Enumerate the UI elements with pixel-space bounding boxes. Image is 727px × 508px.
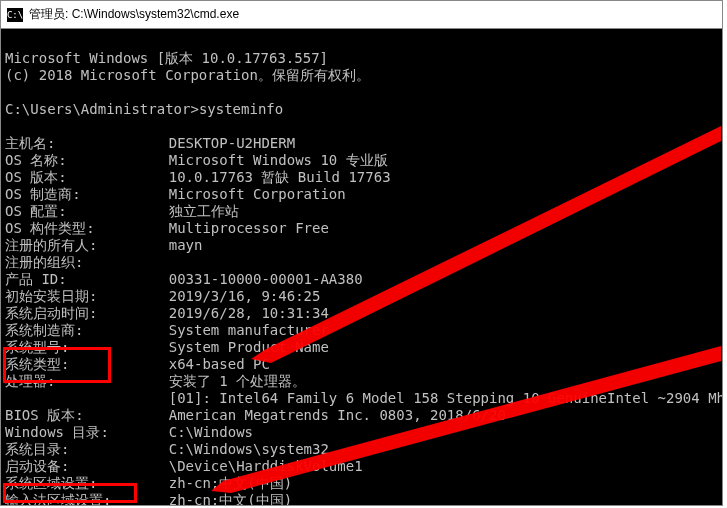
titlebar[interactable]: C:\ 管理员: C:\Windows\system32\cmd.exe bbox=[1, 1, 722, 29]
prodid-label: 产品 ID: bbox=[5, 271, 135, 288]
syslocale-value: zh-cn;中文(中国) bbox=[169, 475, 292, 491]
boot-label: 系统启动时间: bbox=[5, 305, 135, 322]
systype-label: 系统类型: bbox=[5, 356, 135, 373]
osname-label: OS 名称: bbox=[5, 152, 135, 169]
window-title: 管理员: C:\Windows\system32\cmd.exe bbox=[29, 6, 239, 23]
regorg-label: 注册的组织: bbox=[5, 254, 135, 271]
osver-label: OS 版本: bbox=[5, 169, 135, 186]
oscfg-value: 独立工作站 bbox=[169, 203, 239, 219]
bootdev-value: \Device\HarddiskVolume1 bbox=[169, 458, 363, 474]
command-entered: systeminfo bbox=[199, 101, 283, 117]
cpu-detail-value: [01]: Intel64 Family 6 Model 158 Steppin… bbox=[169, 390, 722, 406]
sysmfg-label: 系统制造商: bbox=[5, 322, 135, 339]
cpu-value: 安装了 1 个处理器。 bbox=[169, 373, 306, 389]
prompt-path: C:\Users\Administrator> bbox=[5, 101, 199, 117]
sysdir-value: C:\Windows\system32 bbox=[169, 441, 329, 457]
bootdev-label: 启动设备: bbox=[5, 458, 135, 475]
cmd-icon: C:\ bbox=[7, 8, 23, 22]
osname-value: Microsoft Windows 10 专业版 bbox=[169, 152, 388, 168]
inputlocale-label: 输入法区域设置: bbox=[5, 492, 135, 505]
install-label: 初始安装日期: bbox=[5, 288, 135, 305]
windir-value: C:\Windows bbox=[169, 424, 253, 440]
osmfg-label: OS 制造商: bbox=[5, 186, 135, 203]
regowner-value: mayn bbox=[169, 237, 203, 253]
terminal-output[interactable]: Microsoft Windows [版本 10.0.17763.557] (c… bbox=[1, 29, 722, 505]
oscfg-label: OS 配置: bbox=[5, 203, 135, 220]
hostname-label: 主机名: bbox=[5, 135, 135, 152]
syslocale-label: 系统区域设置: bbox=[5, 475, 135, 492]
sysmodel-label: 系统型号: bbox=[5, 339, 135, 356]
header-line-2: (c) 2018 Microsoft Corporation。保留所有权利。 bbox=[5, 67, 370, 83]
osbuild-value: Multiprocessor Free bbox=[169, 220, 329, 236]
regowner-label: 注册的所有人: bbox=[5, 237, 135, 254]
install-value: 2019/3/16, 9:46:25 bbox=[169, 288, 321, 304]
osmfg-value: Microsoft Corporation bbox=[169, 186, 346, 202]
sysmfg-value: System manufacturer bbox=[169, 322, 329, 338]
sysmodel-value: System Product Name bbox=[169, 339, 329, 355]
osbuild-label: OS 构件类型: bbox=[5, 220, 135, 237]
boot-value: 2019/6/28, 10:31:34 bbox=[169, 305, 329, 321]
inputlocale-value: zh-cn;中文(中国) bbox=[169, 492, 292, 505]
prodid-value: 00331-10000-00001-AA380 bbox=[169, 271, 363, 287]
hostname-value: DESKTOP-U2HDERM bbox=[169, 135, 295, 151]
osver-value: 10.0.17763 暂缺 Build 17763 bbox=[169, 169, 391, 185]
systype-value: x64-based PC bbox=[169, 356, 270, 372]
cmd-window: C:\ 管理员: C:\Windows\system32\cmd.exe Mic… bbox=[0, 0, 723, 506]
bios-label: BIOS 版本: bbox=[5, 407, 135, 424]
header-line-1: Microsoft Windows [版本 10.0.17763.557] bbox=[5, 50, 328, 66]
bios-value: American Megatrends Inc. 0803, 2018/6/20 bbox=[169, 407, 506, 423]
cpu-label: 处理器: bbox=[5, 373, 135, 390]
sysdir-label: 系统目录: bbox=[5, 441, 135, 458]
windir-label: Windows 目录: bbox=[5, 424, 135, 441]
